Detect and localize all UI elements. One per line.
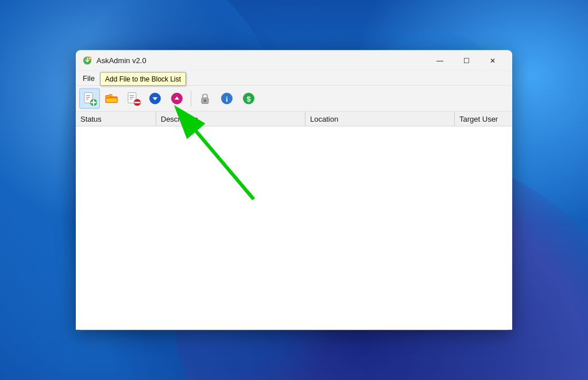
title-bar-left: AskAdmin v2.0	[83, 56, 146, 65]
dollar-button[interactable]: $	[238, 88, 259, 109]
col-location: Location	[305, 112, 455, 126]
application-window: AskAdmin v2.0 — ☐ ✕ File Help Add File t…	[76, 51, 512, 330]
open-folder-button[interactable]	[101, 88, 122, 109]
title-bar: AskAdmin v2.0 — ☐ ✕	[76, 51, 512, 71]
add-file-button[interactable]	[79, 88, 100, 109]
move-down-button[interactable]	[145, 88, 165, 109]
move-up-button[interactable]	[167, 88, 187, 109]
tooltip-add-file: Add File to the Block List	[100, 72, 186, 86]
table-area: Status Description Location Target User	[76, 112, 512, 330]
app-icon	[83, 56, 92, 65]
menu-item-file[interactable]: File	[78, 72, 99, 84]
info-button[interactable]: i	[216, 88, 237, 109]
remove-button[interactable]	[123, 88, 144, 109]
svg-rect-9	[109, 95, 112, 97]
col-description: Description	[156, 112, 305, 126]
table-body	[76, 127, 512, 322]
window-controls: — ☐ ✕	[427, 52, 505, 68]
col-status: Status	[76, 112, 156, 126]
maximize-button[interactable]: ☐	[454, 52, 479, 68]
svg-text:$: $	[246, 95, 251, 103]
svg-point-19	[204, 100, 206, 102]
toolbar-separator	[191, 91, 191, 107]
svg-point-1	[88, 56, 91, 60]
svg-text:i: i	[226, 95, 228, 103]
window-title: AskAdmin v2.0	[96, 56, 146, 65]
table-header: Status Description Location Target User	[76, 112, 512, 127]
toolbar: Add File to the Block List	[76, 86, 512, 112]
lock-button[interactable]	[195, 88, 215, 109]
close-button[interactable]: ✕	[480, 52, 505, 68]
add-btn-container: Add File to the Block List	[79, 88, 100, 109]
minimize-button[interactable]: —	[427, 52, 452, 68]
col-target-user: Target User	[455, 112, 535, 126]
